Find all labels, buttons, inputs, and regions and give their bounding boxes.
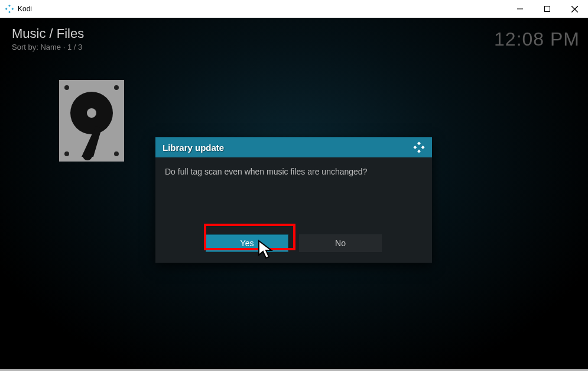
window-controls [506,0,588,18]
dialog-header: Library update [155,137,432,157]
clock: 12:08 PM [494,28,580,50]
disk-icon[interactable] [59,80,124,162]
window-titlebar: Kodi [0,0,588,18]
no-button[interactable]: No [299,234,382,252]
svg-point-10 [114,85,119,90]
window-title: Kodi [18,5,32,13]
dialog-button-row: Yes No [155,234,432,263]
kodi-icon [5,4,14,14]
minimize-button[interactable] [506,0,534,18]
svg-rect-16 [417,141,421,145]
svg-point-14 [87,108,96,118]
sort-info: Sort by: Name · 1 / 3 [12,43,82,51]
svg-point-15 [83,151,92,160]
svg-rect-19 [417,150,421,153]
dialog-title: Library update [163,143,224,153]
maximize-button[interactable] [534,0,561,18]
svg-rect-3 [8,11,11,13]
kodi-icon [413,141,425,153]
breadcrumb: Music / Files [12,26,84,41]
svg-rect-5 [545,7,550,12]
svg-point-9 [64,85,69,90]
svg-point-11 [64,151,69,156]
close-button[interactable] [561,0,588,18]
svg-rect-0 [8,5,11,7]
dialog-message: Do full tag scan even when music files a… [155,157,432,234]
app-content: Music / Files Sort by: Name · 1 / 3 12:0… [0,18,588,371]
svg-point-12 [114,151,119,156]
svg-rect-1 [5,8,8,10]
svg-rect-2 [11,8,14,10]
svg-rect-18 [421,146,425,149]
svg-rect-17 [413,146,417,149]
yes-button[interactable]: Yes [206,234,288,252]
library-update-dialog: Library update Do full tag scan even whe… [155,137,432,263]
